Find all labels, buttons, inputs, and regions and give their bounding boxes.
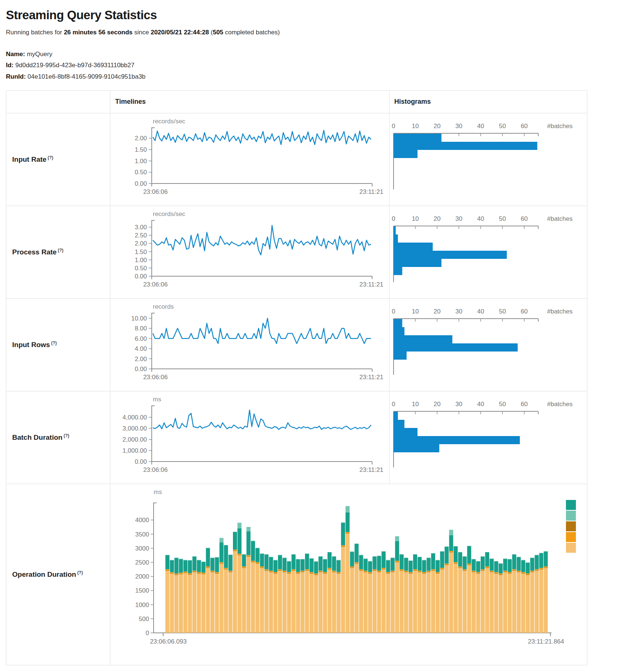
streaming-query-statistics-page: Streaming Query Statistics Running batch… (0, 0, 625, 665)
input-rows-help-icon[interactable]: (?) (51, 340, 56, 346)
svg-text:23:11:21: 23:11:21 (360, 466, 384, 473)
input-rate-timeline-chart: 0.000.501.001.502.0023:06:0623:11:21 (110, 125, 389, 201)
svg-text:10.00: 10.00 (131, 315, 147, 322)
start-timestamp: 2020/05/21 22:44:28 (151, 29, 209, 36)
query-metadata: Name: myQuery Id: 9d0dd219-995d-423e-b97… (6, 49, 619, 82)
process-rate-histogram-chart: 0102030405060#batches (389, 211, 587, 287)
query-name-line: Name: myQuery (6, 49, 619, 60)
legend-swatch-0 (566, 500, 576, 510)
page-title: Streaming Query Statistics (6, 8, 619, 22)
input-rate-histogram-chart: 0102030405060#batches (389, 119, 587, 194)
svg-text:30: 30 (456, 215, 463, 222)
process-rate-help-icon[interactable]: (?) (58, 248, 63, 253)
svg-text:10: 10 (412, 123, 419, 130)
svg-text:4.00: 4.00 (135, 345, 147, 352)
statistics-table: Timelines Histograms Input Rate(?) recor… (6, 90, 587, 665)
running-batches-summary: Running batches for 26 minutes 56 second… (6, 29, 619, 36)
svg-text:0: 0 (392, 215, 395, 222)
svg-text:2.50: 2.50 (135, 232, 147, 239)
svg-text:2,000.00: 2,000.00 (123, 436, 147, 443)
svg-text:2500: 2500 (135, 559, 149, 566)
svg-text:10: 10 (412, 401, 419, 408)
svg-text:2.00: 2.00 (135, 135, 147, 142)
operation-duration-legend (566, 500, 576, 553)
name-value: myQuery (27, 51, 52, 58)
svg-text:0: 0 (146, 630, 149, 637)
svg-text:30: 30 (456, 123, 463, 130)
svg-text:23:06:06: 23:06:06 (143, 188, 168, 195)
svg-text:#batches: #batches (547, 308, 573, 315)
table-header-row: Timelines Histograms (6, 91, 587, 113)
svg-text:23:11:21: 23:11:21 (360, 374, 384, 381)
legend-swatch-1 (566, 511, 576, 521)
svg-text:#batches: #batches (547, 215, 573, 222)
query-id-line: Id: 9d0dd219-995d-423e-b97d-36931110bb27 (6, 60, 619, 71)
input-rate-unit: records/sec (153, 118, 389, 125)
header-cell-empty (6, 91, 110, 113)
batch-duration-label: Batch Duration(?) (12, 433, 69, 442)
svg-text:3,000.00: 3,000.00 (123, 425, 147, 432)
svg-text:0.00: 0.00 (135, 458, 147, 465)
svg-text:50: 50 (499, 401, 506, 408)
batch-duration-histogram-chart: 0102030405060#batches (389, 397, 587, 472)
row-process-rate: Process Rate(?) records/sec 0.000.501.00… (6, 206, 587, 299)
svg-text:50: 50 (499, 123, 506, 130)
svg-text:60: 60 (521, 308, 528, 315)
svg-text:0.00: 0.00 (135, 366, 147, 373)
svg-text:3000: 3000 (135, 545, 149, 552)
batch-duration-timeline-chart: 0.001,000.002,000.003,000.004,000.0023:0… (110, 403, 389, 479)
process-rate-unit: records/sec (153, 210, 389, 218)
svg-text:0: 0 (392, 308, 395, 315)
id-label: Id: (6, 62, 14, 69)
query-runid-line: RunId: 04e101e6-8bf8-4165-9099-9104c951b… (6, 71, 619, 82)
summary-text: Running batches for (6, 29, 64, 36)
svg-text:30: 30 (456, 401, 463, 408)
input-rate-help-icon[interactable]: (?) (48, 155, 53, 160)
runid-value: 04e101e6-8bf8-4165-9099-9104c951ba3b (28, 73, 146, 80)
row-input-rate: Input Rate(?) records/sec 0.000.501.001.… (6, 113, 587, 206)
running-duration: 26 minutes 56 seconds (64, 29, 133, 36)
row-operation-duration: Operation Duration(?) ms 050010001500200… (6, 484, 587, 665)
svg-text:2000: 2000 (135, 573, 149, 580)
svg-text:1,000.00: 1,000.00 (123, 447, 147, 454)
svg-text:3.00: 3.00 (135, 224, 147, 231)
batch-duration-unit: ms (153, 396, 389, 403)
svg-text:0: 0 (392, 401, 395, 408)
legend-swatch-4 (566, 543, 576, 553)
svg-text:20: 20 (434, 123, 441, 130)
input-rows-unit: records (153, 303, 389, 311)
svg-text:2.00: 2.00 (135, 240, 147, 247)
svg-text:23:06:06: 23:06:06 (143, 281, 168, 288)
svg-text:10: 10 (412, 308, 419, 315)
row-input-rows: Input Rows(?) records 0.002.004.006.008.… (6, 299, 587, 391)
svg-text:50: 50 (499, 215, 506, 222)
svg-text:23:11:21: 23:11:21 (360, 188, 384, 195)
batch-duration-help-icon[interactable]: (?) (63, 433, 69, 438)
svg-text:40: 40 (477, 215, 484, 222)
operation-duration-stacked-chart: 0500100015002000250030003500400023:06:06… (110, 496, 587, 658)
svg-text:0.00: 0.00 (135, 273, 147, 280)
svg-text:23:11:21: 23:11:21 (360, 281, 384, 288)
input-rows-timeline-chart: 0.002.004.006.008.0010.0023:06:0623:11:2… (110, 311, 389, 386)
process-rate-timeline-chart: 0.000.501.001.502.002.503.0023:06:0623:1… (110, 218, 389, 294)
svg-text:40: 40 (477, 123, 484, 130)
svg-text:20: 20 (434, 308, 441, 315)
operation-duration-label: Operation Duration(?) (12, 570, 83, 579)
svg-text:23:06:06: 23:06:06 (143, 466, 168, 473)
svg-text:1.00: 1.00 (135, 157, 147, 164)
operation-duration-help-icon[interactable]: (?) (77, 570, 83, 575)
svg-text:0: 0 (392, 123, 395, 130)
histograms-column-header: Histograms (389, 98, 431, 106)
name-label: Name: (6, 51, 25, 58)
svg-text:500: 500 (139, 616, 149, 623)
row-batch-duration: Batch Duration(?) ms 0.001,000.002,000.0… (6, 391, 587, 484)
legend-swatch-3 (566, 532, 576, 542)
svg-text:1.50: 1.50 (135, 146, 147, 153)
svg-text:10: 10 (412, 215, 419, 222)
svg-text:1.00: 1.00 (135, 256, 147, 263)
svg-text:40: 40 (477, 401, 484, 408)
svg-text:23:11:21.864: 23:11:21.864 (528, 638, 564, 645)
svg-text:#batches: #batches (547, 401, 573, 408)
svg-text:#batches: #batches (547, 123, 573, 130)
svg-text:20: 20 (434, 215, 441, 222)
